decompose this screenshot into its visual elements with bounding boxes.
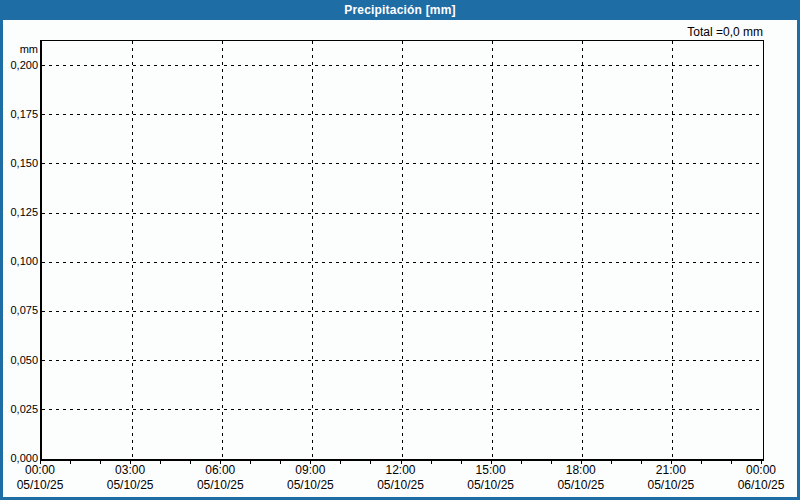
x-axis-minor-tick [641,460,642,464]
y-tick-label: 0,025 [4,403,38,415]
x-gridline [582,41,583,459]
x-axis-minor-tick [521,460,522,464]
x-axis-minor-tick [551,460,552,464]
x-gridline [132,41,133,459]
x-tick-date-label: 05/10/25 [280,479,340,492]
x-axis-minor-tick [731,460,732,464]
chart-window: Precipitación [mm] Total =0,0 mm mm 0,20… [0,0,800,500]
x-tick-time-label: 15:00 [461,464,521,477]
x-axis-minor-tick [701,460,702,464]
y-tick-label: 0,175 [4,108,38,120]
y-tick-label: 0,100 [4,255,38,267]
total-value-label: Total =0,0 mm [687,25,763,39]
x-axis-minor-tick [581,460,582,464]
x-axis-minor-tick [70,460,71,464]
x-tick-time-label: 00:00 [731,464,791,477]
y-tick-label: 0,075 [4,304,38,316]
x-tick-date-label: 06/10/25 [731,479,791,492]
x-tick-date-label: 05/10/25 [461,479,521,492]
y-tick-label: 0,125 [4,206,38,218]
x-tick-date-label: 05/10/25 [10,479,70,492]
x-gridline [402,41,403,459]
x-axis-minor-tick [761,460,762,464]
plot-area [40,40,764,461]
x-gridline [492,41,493,459]
y-tick-label: 0,150 [4,157,38,169]
x-axis-minor-tick [250,460,251,464]
x-axis-minor-tick [280,460,281,464]
x-axis-minor-tick [130,460,131,464]
x-axis-minor-tick [671,460,672,464]
x-tick-date-label: 05/10/25 [100,479,160,492]
x-axis-minor-tick [461,460,462,464]
x-tick-time-label: 00:00 [10,464,70,477]
x-tick-date-label: 05/10/25 [190,479,250,492]
x-tick-date-label: 05/10/25 [641,479,701,492]
x-tick-time-label: 18:00 [551,464,611,477]
x-axis-minor-tick [431,460,432,464]
x-axis-minor-tick [160,460,161,464]
x-axis-minor-tick [310,460,311,464]
y-axis-unit-label: mm [4,43,38,55]
x-axis-minor-tick [40,460,41,464]
y-tick-label: 0,200 [4,59,38,71]
y-tick-label: 0,050 [4,354,38,366]
x-axis-minor-tick [190,460,191,464]
chart-title: Precipitación [mm] [344,3,456,17]
x-axis-minor-tick [491,460,492,464]
x-axis-minor-tick [220,460,221,464]
x-gridline [672,41,673,459]
x-axis-minor-tick [401,460,402,464]
x-tick-time-label: 12:00 [371,464,431,477]
x-tick-date-label: 05/10/25 [551,479,611,492]
x-axis-minor-tick [340,460,341,464]
x-axis-minor-tick [100,460,101,464]
titlebar: Precipitación [mm] [0,0,800,20]
x-tick-time-label: 09:00 [280,464,340,477]
x-tick-date-label: 05/10/25 [371,479,431,492]
x-axis-minor-tick [370,460,371,464]
x-tick-time-label: 21:00 [641,464,701,477]
x-gridline [312,41,313,459]
x-gridline [222,41,223,459]
x-axis-minor-tick [611,460,612,464]
x-tick-time-label: 03:00 [100,464,160,477]
chart-area: Total =0,0 mm mm 0,2000,1750,1500,1250,1… [3,20,797,497]
x-tick-time-label: 06:00 [190,464,250,477]
